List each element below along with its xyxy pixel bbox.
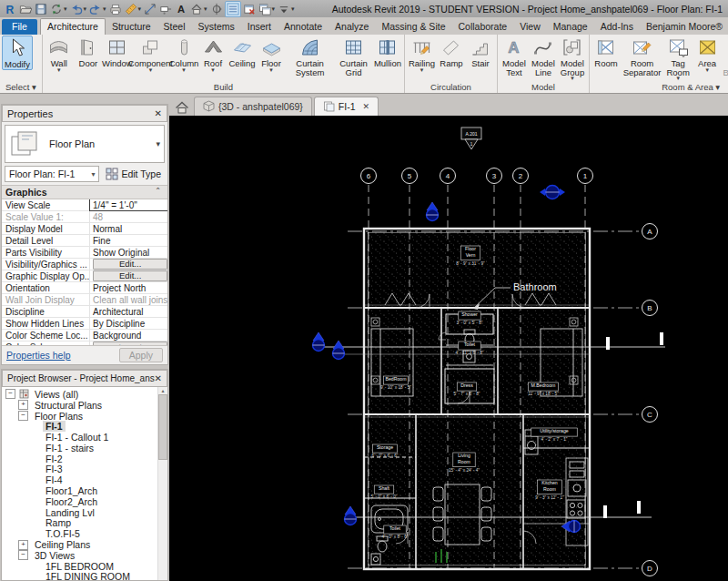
dropdown-caret-icon[interactable]: ▼ [181, 68, 187, 73]
chevron-down-icon[interactable]: ▾ [156, 139, 160, 148]
ribbon-tab-benjamin-moore[interactable]: Benjamin Moore® [640, 19, 728, 35]
ribbon-button-tag-room[interactable]: Tag Room▼ [663, 36, 693, 81]
chevron-down-icon[interactable]: ▾ [91, 170, 95, 178]
dropdown-caret-icon[interactable]: ▼ [419, 68, 424, 73]
qat-save-button[interactable] [34, 2, 48, 16]
ribbon-tab-annotate[interactable]: Annotate [278, 19, 329, 35]
qat-section-button[interactable] [209, 2, 224, 16]
dropdown-caret-icon[interactable]: ▾ [272, 5, 276, 13]
tree-item-fi-4[interactable]: FI-4 [2, 474, 157, 485]
prop-value-detail-level[interactable]: Fine [89, 235, 167, 246]
ribbon-tab-systems[interactable]: Systems [192, 19, 241, 35]
prop-value-graphic-display-op[interactable]: Edit... [89, 270, 167, 281]
qat-sync-button[interactable]: ▾ [49, 2, 68, 16]
dropdown-caret-icon[interactable]: ▾ [103, 5, 106, 13]
qat-undo-button[interactable]: ▾ [69, 2, 88, 16]
qat-text-button[interactable] [174, 2, 188, 16]
tree-item-structural-plans[interactable]: +Structural Plans [2, 400, 157, 411]
ribbon-panel-label-select[interactable]: Select ▾ [0, 82, 42, 93]
dropdown-caret-icon[interactable]: ▼ [704, 68, 710, 73]
ribbon-button-door[interactable]: Door [74, 36, 103, 68]
qat-switch-windows-button[interactable]: ▾ [258, 2, 277, 16]
home-button[interactable] [172, 98, 192, 116]
section-head-a201[interactable]: A.201 1 [461, 127, 481, 149]
elevation-marker[interactable] [313, 332, 325, 352]
properties-header[interactable]: Properties ✕ [2, 105, 167, 122]
qat-thin-lines-button[interactable] [225, 1, 241, 17]
project-browser-close-icon[interactable]: ✕ [155, 373, 162, 383]
tree-item-views-all[interactable]: −Views (all) [2, 389, 157, 400]
tree-item-fi-1-stairs[interactable]: FI-1 - stairs [2, 443, 157, 454]
prop-value-visibility-graphics[interactable]: Edit... [89, 259, 167, 270]
ribbon-tab-add-ins[interactable]: Add-Ins [594, 19, 640, 35]
ribbon-button-curtain-system[interactable]: Curtain System [286, 36, 334, 76]
prop-value-display-model[interactable]: Normal [89, 223, 167, 234]
ribbon-tab-view[interactable]: View [513, 19, 547, 35]
dropdown-caret-icon[interactable]: ▼ [210, 68, 216, 73]
properties-close-icon[interactable]: ✕ [155, 108, 162, 118]
dropdown-caret-icon[interactable]: ▾ [204, 5, 207, 13]
dropdown-caret-icon[interactable]: ▾ [84, 5, 87, 13]
qat-tag-button[interactable] [158, 2, 173, 16]
graphics-section-header[interactable]: Graphics ⌃ [2, 185, 167, 199]
tree-item-floor2-arch[interactable]: Floor2_Arch [2, 496, 157, 507]
tree-item-fi-2[interactable]: FI-2 [2, 454, 157, 464]
ribbon-button-floor[interactable]: Floor▼ [257, 36, 286, 73]
properties-help-link[interactable]: Properties help [6, 350, 71, 361]
tree-item-1fl-bedroom[interactable]: 1FL BEDROOM [2, 561, 157, 572]
tree-item-ceiling-plans[interactable]: +Ceiling Plans [2, 539, 157, 550]
collapse-icon[interactable]: − [18, 411, 28, 421]
dropdown-caret-icon[interactable]: ▾ [291, 5, 295, 13]
ribbon-button-ramp[interactable]: Ramp [437, 36, 466, 68]
dropdown-caret-icon[interactable]: ▼ [570, 76, 575, 81]
view-tab-3d[interactable]: {3D - anshpatel069} [194, 97, 312, 116]
qat-print-button[interactable] [108, 2, 123, 16]
dropdown-caret-icon[interactable]: ▾ [64, 5, 67, 13]
drawing-area[interactable]: 654321ABCD [169, 116, 728, 581]
edit-type-button[interactable]: Edit Type [102, 166, 165, 182]
qat-open-button[interactable] [18, 2, 33, 16]
tree-item-1fl-dining-room[interactable]: 1FL DINING ROOM [2, 572, 157, 580]
ribbon-panel-label-room-area[interactable]: Room & Area ▾ [590, 82, 728, 93]
close-tab-icon[interactable]: ✕ [363, 102, 370, 111]
browser-scrollbar[interactable]: ▴ [157, 387, 167, 580]
tree-item-floor-plans[interactable]: −Floor Plans [2, 411, 157, 422]
collapse-icon[interactable]: − [5, 389, 15, 399]
prop-button-visibility-graphics[interactable]: Edit... [93, 259, 167, 270]
qat-customize-button[interactable]: ▾ [277, 2, 296, 16]
prop-value-discipline[interactable]: Architectural [89, 306, 167, 317]
dropdown-caret-icon[interactable]: ▾ [138, 5, 142, 13]
ribbon-button-model-line[interactable]: Model Line [529, 36, 558, 76]
ribbon-button-model-text[interactable]: Model Text [500, 36, 529, 76]
ribbon-tab-analyze[interactable]: Analyze [329, 19, 375, 35]
ribbon-button-roof[interactable]: Roof▼ [198, 36, 228, 73]
elevation-marker[interactable] [345, 506, 357, 525]
scroll-up-icon[interactable]: ▴ [161, 387, 164, 393]
tree-item-ramp[interactable]: Ramp [2, 518, 157, 529]
tree-item-floor1-arch[interactable]: Floor1_Arch [2, 485, 157, 496]
ribbon-tab-steel[interactable]: Steel [157, 19, 192, 35]
elevation-marker[interactable] [333, 341, 345, 360]
ribbon-tab-structure[interactable]: Structure [106, 19, 157, 35]
ribbon-button-room[interactable]: Room [592, 36, 621, 68]
prop-value-orientation[interactable]: Project North [89, 282, 167, 293]
ribbon-tab-insert[interactable]: Insert [241, 19, 278, 35]
prop-value-wall-join-display[interactable]: Clean all wall joins [89, 294, 167, 305]
expand-icon[interactable]: + [18, 540, 28, 550]
tree-item-fi-3[interactable]: FI-3 [2, 464, 157, 475]
dropdown-caret-icon[interactable]: ▼ [147, 68, 153, 73]
tree-item-landing-lvl[interactable]: Landing Lvl [2, 507, 157, 518]
elevation-marker[interactable] [427, 202, 439, 221]
tree-item-fi-1-callout-1[interactable]: FI-1 - Callout 1 [2, 432, 157, 443]
dropdown-caret-icon[interactable]: ▼ [268, 68, 274, 73]
ribbon-tab-collaborate[interactable]: Collaborate [451, 19, 513, 35]
ribbon-button-ceiling[interactable]: Ceiling [228, 36, 257, 68]
tree-item-t-o-fi-5[interactable]: T.O.FI-5 [2, 528, 157, 539]
ribbon-tab-manage[interactable]: Manage [547, 19, 594, 35]
ribbon-tab-file[interactable]: File [2, 19, 37, 35]
tree-item-3d-views[interactable]: −3D Views [2, 550, 157, 561]
qat-aligned-dim-button[interactable] [143, 2, 157, 16]
collapse-icon[interactable]: − [18, 550, 28, 560]
ribbon-button-modify[interactable]: Modify [2, 36, 33, 70]
qat-measure-button[interactable]: ▾ [124, 2, 143, 16]
